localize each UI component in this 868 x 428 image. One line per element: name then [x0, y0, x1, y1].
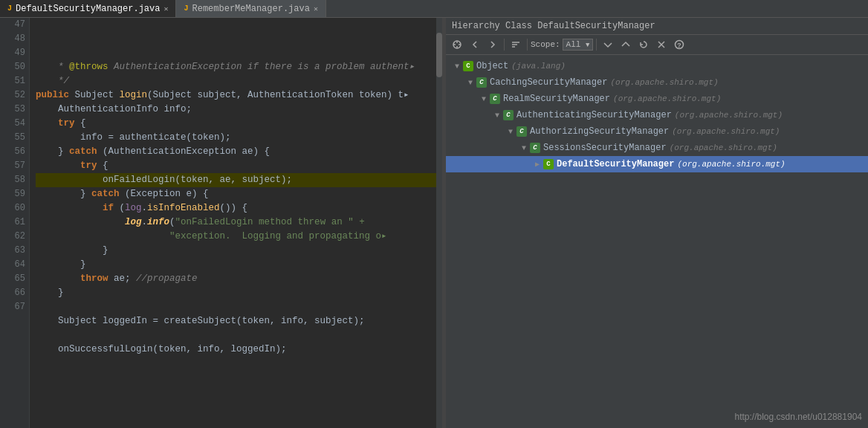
class-icon: C: [502, 109, 514, 121]
code-line: }: [36, 258, 436, 272]
hierarchy-panel: Hierarchy Class DefaultSecurityManager: [446, 18, 868, 428]
svg-text:?: ?: [678, 42, 681, 50]
class-icon: C: [462, 60, 474, 72]
tree-arrow: ▼: [505, 128, 516, 136]
line-number: 60: [4, 201, 25, 215]
tree-node-object[interactable]: ▼CObject(java.lang): [446, 58, 868, 74]
line-number: 48: [4, 32, 25, 46]
code-line: onFailedLogin(token, ae, subject);: [36, 173, 436, 187]
line-number: 61: [4, 215, 25, 230]
tree-node-cachingsecuritymanager[interactable]: ▼CCachingSecurityManager(org.apache.shir…: [446, 74, 868, 91]
toolbar-btn-refresh[interactable]: [635, 36, 652, 53]
tree-node-authorizingsecuritymanager[interactable]: ▼CAuthorizingSecurityManager(org.apache.…: [446, 123, 868, 140]
tree-node-package: (org.apache.shiro.mgt): [610, 78, 718, 87]
code-line: }: [36, 244, 436, 258]
scope-selector[interactable]: Scope: All ▼: [531, 39, 593, 51]
line-number: 49: [4, 46, 25, 60]
line-number: 57: [4, 159, 25, 173]
code-line: info = authenticate(token);: [36, 131, 436, 145]
toolbar-btn-close[interactable]: [653, 36, 670, 53]
line-number: 50: [4, 60, 25, 74]
tree-node-label: CachingSecurityManager: [490, 77, 607, 88]
tab-default-security-manager[interactable]: J DefaultSecurityManager.java ✕: [0, 0, 176, 17]
toolbar-btn-back[interactable]: [467, 36, 483, 53]
code-area[interactable]: * @throws AuthenticationException if the…: [30, 18, 442, 428]
toolbar-btn-forward[interactable]: [485, 36, 501, 53]
toolbar-btn-sort[interactable]: [508, 36, 524, 53]
tree-node-authenticatingsecuritymanager[interactable]: ▼CAuthenticatingSecurityManager(org.apac…: [446, 107, 868, 123]
tree-node-package: (org.apache.shiro.mgt): [677, 160, 785, 169]
toolbar-btn-collapse-all[interactable]: [618, 36, 634, 53]
toolbar-btn-help[interactable]: ?: [671, 36, 687, 53]
tree-node-defaultsecuritymanager[interactable]: ▶CDefaultSecurityManager(org.apache.shir…: [446, 156, 868, 172]
scope-dropdown[interactable]: All ▼: [563, 39, 594, 51]
line-number: 53: [4, 103, 25, 117]
code-line: [36, 328, 436, 343]
line-number: 67: [4, 300, 25, 314]
tree-arrow: ▼: [452, 62, 462, 71]
code-line: } catch (Exception e) {: [36, 187, 436, 201]
scope-chevron: ▼: [586, 42, 589, 49]
line-number: 51: [4, 74, 25, 88]
line-number: 62: [4, 230, 25, 244]
tree-node-realmsecuritymanager[interactable]: ▼CRealmSecurityManager(org.apache.shiro.…: [446, 91, 868, 107]
tree-arrow: ▼: [479, 95, 489, 103]
line-number: 47: [4, 18, 25, 32]
watermark: http://blog.csdn.net/u012881904: [735, 412, 862, 422]
scope-label: Scope:: [531, 40, 560, 49]
tab-label-1: DefaultSecurityManager.java: [16, 4, 160, 14]
toolbar-btn-expand-all[interactable]: [600, 36, 616, 53]
code-line: public Subject login(Subject subject, Au…: [36, 88, 436, 103]
tree-node-label: Object: [476, 61, 508, 71]
tree-node-label: RealmSecurityManager: [503, 94, 610, 104]
close-tab-2[interactable]: ✕: [314, 4, 318, 13]
line-number: 52: [4, 88, 25, 103]
toolbar-separator-3: [596, 39, 597, 51]
main-container: 4748495051525354555657585960616263646566…: [0, 18, 868, 428]
code-line: if (log.isInfoEnabled()) {: [36, 201, 436, 215]
tree-arrow: ▼: [492, 111, 502, 120]
toolbar-btn-locate[interactable]: [449, 36, 465, 53]
tab-bar: J DefaultSecurityManager.java ✕ J Rememb…: [0, 0, 868, 18]
close-tab-1[interactable]: ✕: [163, 4, 168, 13]
java-file-icon-2: J: [184, 4, 188, 13]
tree-node-label: SessionsSecurityManager: [543, 143, 667, 153]
hierarchy-toolbar: Scope: All ▼: [446, 35, 868, 55]
hierarchy-tree[interactable]: ▼CObject(java.lang)▼CCachingSecurityMana…: [446, 55, 868, 428]
tree-arrow: ▶: [532, 160, 542, 169]
code-line: log.info("onFailedLogin method threw an …: [36, 215, 436, 230]
tree-node-package: (org.apache.shiro.mgt): [670, 143, 777, 152]
code-line: */: [36, 74, 436, 88]
code-panel: 4748495051525354555657585960616263646566…: [0, 18, 442, 428]
tab-remember-me-manager[interactable]: J RememberMeManager.java ✕: [176, 0, 326, 17]
toolbar-separator-1: [504, 39, 505, 51]
code-line: AuthenticationInfo info;: [36, 103, 436, 117]
line-number: 64: [4, 258, 25, 272]
tab-label-2: RememberMeManager.java: [192, 4, 310, 14]
hierarchy-title: Hierarchy Class DefaultSecurityManager: [452, 21, 655, 31]
app-container: J DefaultSecurityManager.java ✕ J Rememb…: [0, 0, 868, 428]
toolbar-separator-2: [527, 39, 528, 51]
scrollbar-thumb[interactable]: [436, 33, 442, 77]
tree-node-sessionssecuritymanager[interactable]: ▼CSessionsSecurityManager(org.apache.shi…: [446, 140, 868, 156]
scope-value: All: [566, 40, 581, 49]
code-line: "exception. Logging and propagating o▸: [36, 230, 436, 244]
class-icon: C: [529, 142, 541, 154]
code-line: Subject loggedIn = createSubject(token, …: [36, 314, 436, 328]
line-number: 66: [4, 286, 25, 300]
tree-node-package: (org.apache.shiro.mgt): [672, 127, 780, 136]
line-numbers: 4748495051525354555657585960616263646566…: [0, 18, 30, 428]
scrollbar-vertical[interactable]: [436, 18, 442, 428]
code-line: onSuccessfulLogin(token, info, loggedIn)…: [36, 343, 436, 357]
tree-arrow: ▼: [519, 144, 529, 152]
tree-node-package: (java.lang): [511, 62, 566, 71]
tree-node-label: AuthenticatingSecurityManager: [516, 110, 672, 120]
code-line: try {: [36, 117, 436, 131]
code-line: [36, 300, 436, 314]
line-number: 65: [4, 272, 25, 286]
code-line: throw ae; //propagate: [36, 272, 436, 286]
tree-node-label: DefaultSecurityManager: [557, 159, 674, 169]
tree-arrow: ▼: [465, 79, 476, 87]
code-content: 4748495051525354555657585960616263646566…: [0, 18, 442, 428]
line-number: 56: [4, 145, 25, 159]
